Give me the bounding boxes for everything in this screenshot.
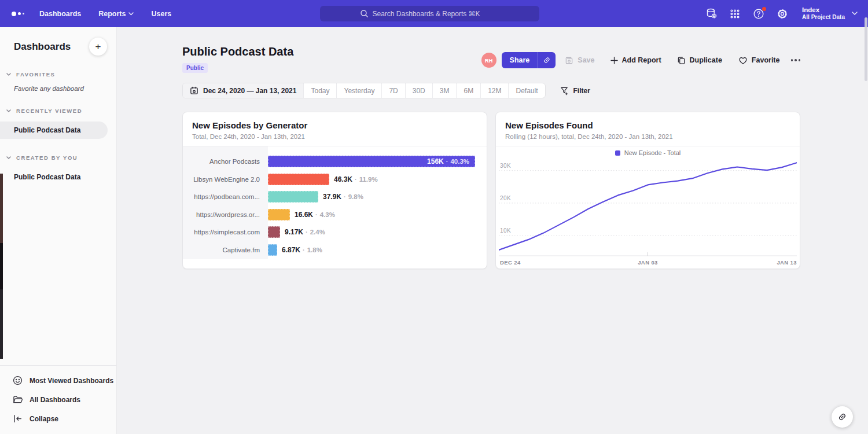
notification-badge	[762, 7, 766, 11]
search-icon	[360, 9, 369, 18]
preset-default[interactable]: Default	[508, 83, 545, 98]
section-header-favorites[interactable]: FAVORITES	[0, 71, 116, 78]
add-report-button[interactable]: Add Report	[610, 56, 661, 64]
duplicate-button[interactable]: Duplicate	[677, 56, 722, 65]
bar-track: 9.17K · 2.4%	[268, 226, 487, 238]
help-icon[interactable]	[752, 8, 765, 20]
section-header-recent[interactable]: RECENTLY VIEWED	[0, 108, 116, 114]
bar	[268, 209, 290, 220]
favorite-button[interactable]: Favorite	[738, 56, 780, 65]
bar-value-label: 9.17K	[285, 228, 303, 236]
chevron-down-icon	[852, 12, 858, 16]
preset-yesterday[interactable]: Yesterday	[336, 83, 381, 98]
sidebar-item-public-podcast-data[interactable]: Public Podcast Data	[0, 122, 108, 139]
nav-item-dashboards[interactable]: Dashboards	[39, 10, 81, 18]
bar-track: 16.6K · 4.3%	[268, 209, 487, 220]
share-link-button[interactable]	[538, 52, 556, 68]
filter-button[interactable]: Filter	[560, 86, 590, 95]
bar-row: https://wordpress.or... 16.6K · 4.3%	[183, 206, 487, 224]
preset-12m[interactable]: 12M	[480, 83, 508, 98]
bar-row: https://simplecast.com 9.17K · 2.4%	[183, 223, 487, 241]
collapse-sidebar-button[interactable]: Collapse	[0, 409, 116, 428]
app-logo-icon[interactable]	[12, 12, 24, 16]
all-dashboards-link[interactable]: All Dashboards	[0, 390, 116, 409]
apps-grid-icon[interactable]	[729, 8, 741, 20]
save-label: Save	[578, 56, 594, 64]
project-name: Index	[802, 6, 845, 14]
bar-value-label: 6.87K	[282, 246, 300, 254]
chevron-down-icon	[6, 109, 11, 113]
add-dashboard-button[interactable]: +	[89, 38, 107, 56]
project-scope: All Project Data	[802, 14, 845, 21]
preset-30d[interactable]: 30D	[405, 83, 432, 98]
bar-labels: 6.87K · 1.8%	[282, 246, 322, 254]
bar-track: 156K · 40.3%	[268, 156, 487, 167]
bar-row: Anchor Podcasts 156K · 40.3%	[183, 153, 487, 171]
copy-icon	[677, 56, 686, 65]
settings-gear-icon[interactable]	[776, 8, 789, 20]
report-cards: New Episodes by Generator Total, Dec 24t…	[182, 112, 800, 269]
chevron-down-icon	[128, 12, 134, 16]
public-badge: Public	[182, 63, 208, 73]
svg-text:20K: 20K	[500, 195, 511, 201]
global-search[interactable]	[320, 6, 539, 21]
most-viewed-dashboards-link[interactable]: Most Viewed Dashboards	[0, 371, 116, 390]
preset-today[interactable]: Today	[303, 83, 336, 98]
bar-labels: 37.9K · 9.8%	[323, 193, 363, 201]
date-range-label: Dec 24, 2020 — Jan 13, 2021	[203, 87, 296, 95]
chart-title: New Episodes Found	[505, 120, 790, 130]
preset-3m[interactable]: 3M	[432, 83, 457, 98]
bar-category-label: Captivate.fm	[183, 247, 268, 253]
bar-category-label: https://simplecast.com	[183, 229, 268, 236]
preset-7d[interactable]: 7D	[381, 83, 404, 98]
link-icon	[543, 56, 551, 64]
section-label: RECENTLY VIEWED	[16, 108, 82, 114]
section-label: CREATED BY YOU	[16, 155, 78, 161]
scrollbar-thumb[interactable]	[865, 17, 867, 81]
bar-chart-rows: Anchor Podcasts 156K · 40.3% Libsyn WebE…	[183, 146, 487, 259]
share-button[interactable]: Share	[502, 52, 556, 68]
bar-pct-label: 40.3%	[450, 158, 469, 165]
chart-subtitle: Rolling (12 hours), total, Dec 24th, 202…	[505, 133, 790, 140]
date-range-control: Dec 24, 2020 — Jan 13, 2021 Today Yester…	[182, 83, 546, 98]
chevron-down-icon	[6, 73, 11, 76]
bar-category-label: Anchor Podcasts	[183, 158, 268, 165]
sidebar-footer: Most Viewed Dashboards All Dashboards Co…	[0, 365, 116, 434]
section-label: FAVORITES	[16, 71, 56, 78]
heart-icon	[738, 56, 748, 65]
nav-item-reports[interactable]: Reports	[98, 10, 134, 18]
bar-pct-label: 1.8%	[307, 247, 322, 253]
svg-text:10K: 10K	[500, 227, 511, 234]
nav-item-users[interactable]: Users	[151, 10, 171, 18]
nav-item-label: Users	[151, 10, 171, 18]
svg-text:JAN 13: JAN 13	[777, 259, 797, 266]
bar	[268, 244, 277, 256]
chart-title: New Episodes by Generator	[192, 120, 477, 130]
bar-row: https://podbean.com... 37.9K · 9.8%	[183, 188, 487, 206]
search-input[interactable]	[373, 10, 500, 18]
preset-6m[interactable]: 6M	[456, 83, 480, 98]
line-chart-svg: 10K20K30KDEC 24JAN 03JAN 13	[499, 159, 797, 267]
bar-pct-label: 9.8%	[348, 193, 363, 200]
save-button[interactable]: Save	[565, 56, 594, 65]
floating-link-button[interactable]	[832, 406, 853, 428]
data-sources-icon[interactable]	[705, 8, 718, 20]
bar-category-label: https://wordpress.or...	[183, 211, 268, 218]
line-chart-card: New Episodes Found Rolling (12 hours), t…	[495, 112, 800, 269]
left-edge-artifact	[0, 243, 3, 289]
save-icon	[565, 56, 573, 65]
bar-track: 46.3K · 11.9%	[268, 174, 487, 185]
section-header-created[interactable]: CREATED BY YOU	[0, 155, 116, 161]
date-range-button[interactable]: Dec 24, 2020 — Jan 13, 2021	[183, 83, 303, 98]
sidebar-section-created: CREATED BY YOU Public Podcast Data	[0, 155, 116, 186]
link-icon	[837, 412, 847, 422]
more-options-button[interactable]	[791, 56, 801, 65]
avatar[interactable]: RH	[481, 53, 496, 68]
project-selector[interactable]: Index All Project Data	[802, 6, 858, 21]
legend-label: New Episode - Total	[624, 149, 681, 156]
app-screen: Dashboards Reports Users	[0, 0, 868, 434]
bar-labels: 156K · 40.3%	[427, 157, 475, 165]
duplicate-label: Duplicate	[690, 56, 722, 64]
sidebar-item-public-podcast-data-2[interactable]: Public Podcast Data	[0, 168, 116, 186]
smiley-icon	[13, 376, 23, 385]
